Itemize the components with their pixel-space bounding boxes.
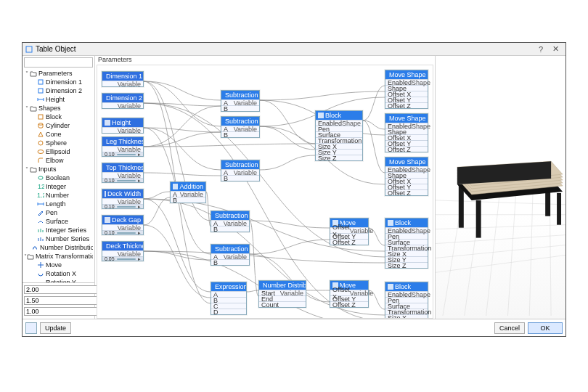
node-port[interactable]: Offset Z bbox=[385, 146, 428, 152]
help-button[interactable]: ? bbox=[534, 45, 548, 54]
tree-item[interactable]: ˅Matrix Transformations bbox=[24, 252, 93, 261]
node-height[interactable]: HeightVariable bbox=[102, 118, 144, 134]
tree-item[interactable]: Block bbox=[24, 113, 93, 121]
node-deckth[interactable]: Deck ThicknessVariable0.05▸ bbox=[102, 241, 144, 261]
tree-caret[interactable]: ˅ bbox=[24, 70, 30, 77]
node-canvas[interactable]: Dimension 1VariableDimension 2VariableHe… bbox=[97, 65, 433, 319]
node-title[interactable]: Block bbox=[316, 111, 362, 120]
node-title[interactable]: Top Thickness bbox=[102, 163, 143, 172]
tree-item[interactable]: Cylinder bbox=[24, 121, 93, 130]
node-port[interactable]: Variable bbox=[102, 198, 143, 204]
tree-item[interactable]: Rotation X bbox=[24, 269, 93, 278]
snapshot-button[interactable] bbox=[25, 322, 37, 334]
node-title[interactable]: Move Shape bbox=[385, 70, 428, 79]
node-port[interactable]: B bbox=[221, 105, 259, 111]
node-sub1[interactable]: SubtractionAVariableB bbox=[221, 90, 260, 112]
preview-panel[interactable] bbox=[435, 56, 565, 319]
tree-item[interactable]: ˅Inputs bbox=[24, 165, 93, 173]
node-port[interactable]: Offset Z bbox=[330, 239, 368, 245]
node-title[interactable]: Expression bbox=[211, 282, 246, 291]
node-msh3[interactable]: Move ShapeEnabledShapeShapeOffset XOffse… bbox=[385, 157, 428, 196]
node-sub3[interactable]: SubtractionAVariableB bbox=[221, 160, 260, 181]
node-sub4[interactable]: SubtractionAVariableB bbox=[211, 211, 250, 232]
node-msh2[interactable]: Move ShapeEnabledShapeShapeOffset XOffse… bbox=[385, 113, 428, 152]
node-title[interactable]: Subtraction bbox=[221, 91, 259, 99]
node-port[interactable]: B bbox=[221, 175, 259, 181]
tree-item[interactable]: Elbow bbox=[24, 156, 93, 165]
close-button[interactable]: ✕ bbox=[548, 44, 563, 54]
node-add1[interactable]: AdditionAVariableB bbox=[170, 181, 206, 203]
node-port[interactable]: Variable bbox=[102, 102, 143, 108]
node-port[interactable]: B bbox=[221, 131, 259, 137]
node-dim1[interactable]: Dimension 1Variable bbox=[102, 71, 144, 87]
tree-item[interactable]: Pen bbox=[24, 208, 93, 217]
node-port[interactable]: Size Z bbox=[385, 262, 428, 268]
tree-item[interactable]: Surface bbox=[24, 217, 93, 226]
tree-item[interactable]: Dimension 2 bbox=[24, 86, 93, 95]
node-port[interactable]: Offset Z bbox=[385, 102, 428, 108]
node-title[interactable]: Subtraction bbox=[211, 245, 249, 253]
tree-item[interactable]: Move bbox=[24, 261, 93, 269]
node-port[interactable]: Size Z bbox=[316, 155, 362, 160]
tree-item[interactable]: Ellipsoid bbox=[24, 147, 93, 156]
tree-item[interactable]: Integer Series bbox=[24, 226, 93, 234]
node-deckg[interactable]: Deck GapVariable0.10▸ bbox=[102, 215, 144, 235]
node-title[interactable]: Deck Thickness bbox=[102, 242, 143, 250]
node-port[interactable]: Variable bbox=[102, 172, 143, 178]
tree-item[interactable]: 1.2Number bbox=[24, 191, 93, 200]
node-title[interactable]: Subtraction bbox=[221, 117, 259, 126]
node-title[interactable]: Block bbox=[385, 282, 428, 291]
node-title[interactable]: Move Shape bbox=[385, 158, 428, 166]
node-port[interactable]: Count bbox=[259, 301, 306, 307]
node-sub2[interactable]: SubtractionAVariableB bbox=[221, 116, 260, 138]
node-port[interactable]: B bbox=[211, 226, 249, 232]
tree-item[interactable]: 12Integer bbox=[24, 182, 93, 191]
update-button[interactable]: Update bbox=[40, 322, 71, 334]
tree-item[interactable]: Boolean bbox=[24, 173, 93, 182]
tree-item[interactable]: Cone bbox=[24, 130, 93, 139]
node-port[interactable]: D bbox=[211, 309, 246, 314]
node-title[interactable]: Deck Gap bbox=[102, 216, 143, 224]
tree-item[interactable]: ˅Shapes bbox=[24, 104, 93, 113]
tree-item[interactable]: Number Series bbox=[24, 234, 93, 243]
tree-item[interactable]: Dimension 1 bbox=[24, 78, 93, 86]
node-port[interactable]: B bbox=[211, 259, 249, 265]
node-title[interactable]: Deck Width bbox=[102, 189, 143, 198]
tree-caret[interactable]: ˅ bbox=[24, 105, 30, 112]
tree-item[interactable]: Length bbox=[24, 200, 93, 208]
node-title[interactable]: Dimension 2 bbox=[102, 94, 143, 102]
node-title[interactable]: Subtraction bbox=[211, 211, 249, 220]
titlebar[interactable]: Table Object ? ✕ bbox=[23, 43, 565, 56]
node-ndist[interactable]: Number DistributionStartVariableEndCount bbox=[258, 280, 306, 308]
node-port[interactable]: Offset Z bbox=[385, 189, 428, 195]
node-title[interactable]: Dimension 1 bbox=[102, 72, 143, 81]
node-sub5[interactable]: SubtractionAVariableB bbox=[211, 244, 250, 266]
node-move1[interactable]: MoveOffset XVariableOffset YOffset Z bbox=[330, 218, 369, 245]
node-expr[interactable]: ExpressionABCD bbox=[211, 282, 247, 315]
node-block1[interactable]: BlockEnabledShapePenSurfaceTransformatio… bbox=[315, 110, 363, 161]
cancel-button[interactable]: Cancel bbox=[494, 322, 525, 334]
node-move2[interactable]: MoveOffset XVariableOffset YOffset Z bbox=[330, 280, 369, 308]
tree-item[interactable]: Sphere bbox=[24, 139, 93, 147]
node-title[interactable]: Height bbox=[102, 118, 143, 127]
node-dim2[interactable]: Dimension 2Variable bbox=[102, 93, 144, 109]
node-port[interactable]: Offset Z bbox=[330, 301, 368, 307]
node-title[interactable]: Block bbox=[385, 219, 428, 227]
tree-caret[interactable]: ˅ bbox=[24, 166, 30, 173]
node-port[interactable]: Variable bbox=[102, 81, 143, 86]
search-input[interactable] bbox=[24, 57, 93, 68]
node-port[interactable]: Variable bbox=[102, 250, 143, 256]
node-port[interactable]: B bbox=[171, 197, 205, 203]
node-topth[interactable]: Top ThicknessVariable0.10▸ bbox=[102, 163, 144, 183]
node-title[interactable]: Leg Thickness bbox=[102, 137, 143, 146]
node-title[interactable]: Subtraction bbox=[221, 160, 259, 169]
node-legth[interactable]: Leg ThicknessVariable0.10▸ bbox=[102, 136, 144, 157]
node-title[interactable]: Move Shape bbox=[385, 114, 428, 123]
node-block3[interactable]: BlockEnabledShapePenSurfaceTransformatio… bbox=[385, 282, 428, 319]
node-port[interactable]: Variable bbox=[102, 146, 143, 152]
node-port[interactable]: Variable bbox=[102, 127, 143, 133]
node-msh1[interactable]: Move ShapeEnabledShapeShapeOffset XOffse… bbox=[385, 70, 428, 109]
node-block2[interactable]: BlockEnabledShapePenSurfaceTransformatio… bbox=[385, 218, 428, 269]
tree-item[interactable]: Height bbox=[24, 95, 93, 104]
component-tree[interactable]: ˅ParametersDimension 1Dimension 2Height˅… bbox=[23, 69, 94, 282]
